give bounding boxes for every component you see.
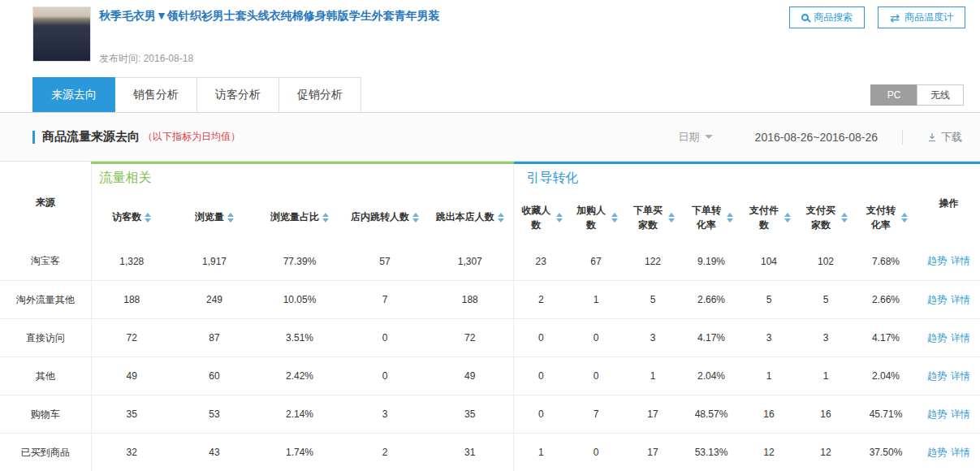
detail-link[interactable]: 详情 <box>951 332 970 344</box>
group-header-row: 来源 流量相关 引导转化 操作 <box>0 163 980 192</box>
value-cell: 1 <box>513 434 568 471</box>
download-button[interactable]: 下载 <box>927 130 962 145</box>
column-header[interactable]: 跳出本店人数 <box>427 192 513 243</box>
value-cell: 3 <box>343 395 427 434</box>
value-cell: 2 <box>343 434 427 471</box>
product-header: 秋季毛衣男▼领针织衫男士套头线衣纯棉修身韩版学生外套青年男装 发布时间: 201… <box>0 0 980 77</box>
product-image[interactable] <box>32 6 91 62</box>
value-cell: 5 <box>797 281 854 319</box>
table-row: 淘宝客1,3281,91777.39%571,30723671229.19%10… <box>0 243 980 281</box>
product-search-label: 商品搜索 <box>814 11 853 24</box>
sort-icon[interactable] <box>901 213 908 223</box>
value-cell: 2.04% <box>682 357 740 395</box>
value-cell: 77.39% <box>257 243 343 281</box>
value-cell: 67 <box>568 243 624 281</box>
column-header[interactable]: 访客数 <box>91 192 172 243</box>
tab-source-flow[interactable]: 来源去向 <box>32 77 115 112</box>
value-cell: 60 <box>172 357 257 395</box>
value-cell: 7 <box>343 281 427 319</box>
toggle-wireless[interactable]: 无线 <box>917 84 964 106</box>
sort-icon[interactable] <box>727 213 733 223</box>
section-title-text: 商品流量来源去向 <box>42 129 140 145</box>
sort-icon[interactable] <box>145 213 151 223</box>
sort-icon[interactable] <box>556 213 563 223</box>
column-header[interactable]: 下单转化率 <box>682 192 740 243</box>
value-cell: 0 <box>568 357 624 395</box>
column-header[interactable]: 加购人数 <box>568 192 624 243</box>
detail-link[interactable]: 详情 <box>951 255 970 266</box>
value-cell: 0 <box>568 319 624 357</box>
value-cell: 2.04% <box>854 357 917 395</box>
value-cell: 87 <box>172 319 257 357</box>
tab-sales-analysis[interactable]: 销售分析 <box>114 77 197 112</box>
value-cell: 4.17% <box>854 319 917 357</box>
column-header[interactable]: 支付买家数 <box>797 192 854 243</box>
value-cell: 188 <box>427 281 513 319</box>
value-cell: 53 <box>172 395 257 434</box>
column-header[interactable]: 店内跳转人数 <box>343 192 427 243</box>
trend-link[interactable]: 趋势 <box>927 370 947 382</box>
tab-visitor-analysis[interactable]: 访客分析 <box>196 77 279 112</box>
value-cell: 104 <box>740 243 797 281</box>
value-cell: 53.13% <box>682 434 740 471</box>
detail-link[interactable]: 详情 <box>951 294 970 305</box>
value-cell: 5 <box>624 281 682 319</box>
sort-icon[interactable] <box>611 213 618 223</box>
toggle-pc[interactable]: PC <box>870 84 917 106</box>
value-cell: 16 <box>740 395 797 434</box>
date-dropdown[interactable]: 日期 <box>679 130 713 145</box>
detail-link[interactable]: 详情 <box>951 408 970 420</box>
trend-link[interactable]: 趋势 <box>927 255 947 266</box>
value-cell: 5 <box>740 281 797 319</box>
value-cell: 35 <box>91 395 172 434</box>
value-cell: 16 <box>797 395 854 434</box>
value-cell: 9.19% <box>682 243 740 281</box>
value-cell: 7.68% <box>854 243 917 281</box>
column-header[interactable]: 浏览量 <box>172 192 257 243</box>
value-cell: 49 <box>91 357 172 395</box>
ops-cell: 趋势详情 <box>917 434 980 471</box>
detail-link[interactable]: 详情 <box>951 370 970 382</box>
value-cell: 1,917 <box>172 243 257 281</box>
sort-icon[interactable] <box>498 213 504 223</box>
source-cell: 淘宝客 <box>0 243 91 281</box>
column-header[interactable]: 浏览量占比 <box>257 192 343 243</box>
sort-icon[interactable] <box>412 213 419 223</box>
column-header[interactable]: 支付转化率 <box>854 192 917 243</box>
value-cell: 23 <box>513 243 568 281</box>
trend-link[interactable]: 趋势 <box>927 408 947 420</box>
column-label: 访客数 <box>112 211 141 223</box>
detail-link[interactable]: 详情 <box>951 447 970 458</box>
sort-icon[interactable] <box>841 213 848 223</box>
trend-link[interactable]: 趋势 <box>927 447 947 458</box>
value-cell: 3 <box>740 319 797 357</box>
sort-icon[interactable] <box>322 213 329 223</box>
column-label: 收藏人数 <box>519 203 553 232</box>
product-search-button[interactable]: 商品搜索 <box>789 6 865 28</box>
column-label: 支付买家数 <box>804 203 838 232</box>
value-cell: 2.42% <box>257 357 343 395</box>
product-title[interactable]: 秋季毛衣男▼领针织衫男士套头线衣纯棉修身韩版学生外套青年男装 <box>99 8 781 23</box>
column-header[interactable]: 下单买家数 <box>624 192 682 243</box>
divider <box>902 130 903 145</box>
value-cell: 2 <box>513 281 568 319</box>
ops-cell: 趋势详情 <box>917 357 980 395</box>
value-cell: 48.57% <box>682 395 740 434</box>
sort-icon[interactable] <box>227 213 234 223</box>
column-header[interactable]: 支付件数 <box>740 192 797 243</box>
sort-icon[interactable] <box>784 213 791 223</box>
tab-promotion-analysis[interactable]: 促销分析 <box>278 77 361 112</box>
value-cell: 102 <box>797 243 854 281</box>
ops-cell: 趋势详情 <box>917 281 980 319</box>
value-cell: 2.66% <box>854 281 917 319</box>
column-label: 支付件数 <box>747 203 781 232</box>
sort-icon[interactable] <box>668 213 675 223</box>
trend-link[interactable]: 趋势 <box>927 332 947 344</box>
product-thermometer-button[interactable]: ⇄ 商品温度计 <box>878 6 965 28</box>
download-icon <box>927 132 937 142</box>
search-icon <box>801 14 809 21</box>
column-header[interactable]: 收藏人数 <box>513 192 568 243</box>
date-range[interactable]: 2016-08-26~2016-08-26 <box>755 131 878 144</box>
trend-link[interactable]: 趋势 <box>927 294 947 305</box>
download-label: 下载 <box>941 130 962 145</box>
